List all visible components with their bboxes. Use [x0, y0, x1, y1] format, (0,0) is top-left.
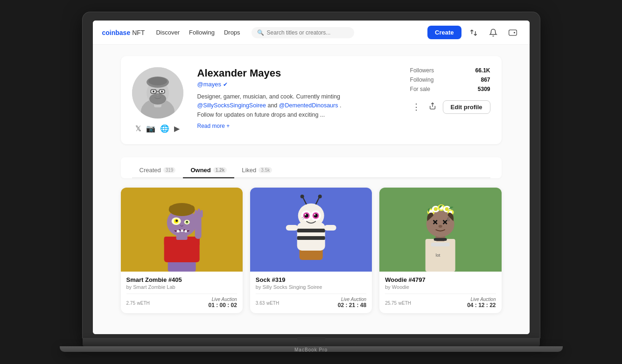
more-options-button[interactable]: ⋮: [410, 100, 422, 114]
youtube-icon[interactable]: ▶: [174, 124, 180, 133]
svg-point-28: [175, 220, 178, 222]
nft-card-sock[interactable]: Sock #319 by Silly Socks Singing Soiree …: [250, 188, 372, 313]
nft-grid: Smart Zombie #405 by Smart Zombie Lab 2.…: [121, 188, 502, 313]
svg-rect-38: [197, 209, 200, 218]
svg-point-25: [168, 203, 195, 216]
search-input[interactable]: [267, 29, 349, 36]
laptop-notch: [297, 337, 325, 341]
share-button[interactable]: [427, 100, 438, 114]
brand-logo[interactable]: coinbase NFT: [102, 29, 145, 36]
forsale-label: For sale: [410, 86, 430, 92]
brand-coinbase: coinbase: [102, 29, 131, 36]
svg-point-1: [514, 32, 515, 33]
nft-title-zombie: Smart Zombie #405: [126, 276, 237, 283]
read-more-button[interactable]: Read more +: [197, 123, 230, 129]
tab-liked[interactable]: Liked 3.5k: [234, 163, 280, 178]
stat-forsale: For sale 5309: [410, 86, 490, 92]
nft-creator-sock: by Silly Socks Singing Soiree: [256, 284, 366, 290]
svg-point-57: [314, 214, 315, 216]
nft-creator-zombie: by Smart Zombie Lab: [126, 284, 237, 290]
followers-label: Followers: [410, 67, 434, 74]
profile-section: 𝕏 📷 🌐 ▶ Alexander Mayes @mayes ✔: [121, 56, 502, 144]
notifications-icon-button[interactable]: [486, 25, 501, 40]
nav-discover[interactable]: Discover: [156, 29, 180, 36]
woodie-artwork: lot: [379, 188, 501, 272]
nft-card-info-woodie: Woodie #4797 by Woodie 25.75 wETH Live A…: [379, 272, 501, 313]
following-value: 867: [481, 77, 490, 83]
profile-stats: Followers 66.1K Following 867 For sale 5…: [410, 67, 490, 133]
bio-link-1[interactable]: @SillySocksSingingSoiree: [197, 102, 266, 109]
navbar-right: Create: [427, 25, 520, 40]
website-icon[interactable]: 🌐: [160, 124, 169, 133]
nav-drops[interactable]: Drops: [224, 29, 240, 36]
nft-card-woodie[interactable]: lot: [379, 188, 501, 313]
nft-image-sock: [250, 188, 372, 272]
edit-profile-button[interactable]: Edit profile: [443, 100, 490, 114]
nft-footer-woodie: 25.75 wETH Live Auction 04 : 12 : 22: [385, 294, 496, 308]
profile-bio: Designer, gamer, musician, and cook. Cur…: [197, 92, 393, 119]
tab-created-badge: 319: [163, 167, 176, 173]
profile-handle: @mayes ✔: [197, 81, 396, 88]
svg-point-71: [434, 207, 438, 211]
instagram-icon[interactable]: 📷: [146, 124, 155, 133]
twitter-icon[interactable]: 𝕏: [135, 124, 141, 133]
svg-text:lot: lot: [436, 253, 440, 258]
auction-label-woodie: Live Auction: [467, 297, 496, 302]
svg-point-12: [153, 91, 154, 92]
tab-created[interactable]: Created 319: [132, 163, 183, 178]
nft-price-woodie: 25.75 wETH: [385, 299, 411, 306]
svg-rect-37: [195, 210, 197, 218]
tab-owned[interactable]: Owned 1.2k: [183, 163, 234, 178]
svg-rect-35: [195, 216, 201, 239]
bio-link-2[interactable]: @DementedDinosaurs: [279, 102, 338, 109]
tabs-row: Created 319 Owned 1.2k Liked 3.5k: [132, 163, 490, 178]
social-icons: 𝕏 📷 🌐 ▶: [132, 124, 183, 133]
transfer-icon: [469, 28, 478, 37]
share-icon: [429, 102, 436, 110]
svg-point-31: [186, 221, 188, 223]
nft-card-zombie[interactable]: Smart Zombie #405 by Smart Zombie Lab 2.…: [121, 188, 243, 313]
nft-timer-woodie: 04 : 12 : 22: [467, 302, 496, 308]
svg-rect-32: [176, 230, 179, 232]
nft-image-woodie: lot: [379, 188, 501, 272]
laptop-wrapper: coinbase NFT Discover Following Drops 🔍 …: [83, 12, 540, 352]
search-icon: 🔍: [257, 29, 264, 36]
transfer-icon-button[interactable]: [466, 25, 481, 40]
laptop-bottom: [83, 338, 540, 346]
laptop-bezel: coinbase NFT Discover Following Drops 🔍 …: [83, 12, 540, 338]
tabs-section: Created 319 Owned 1.2k Liked 3.5k: [121, 157, 502, 178]
svg-point-75: [445, 207, 449, 211]
nft-footer-sock: 3.63 wETH Live Auction 02 : 21 : 48: [256, 294, 366, 308]
wallet-icon-button[interactable]: [505, 25, 520, 40]
auction-label-sock: Live Auction: [338, 297, 366, 302]
screen-inner: coinbase NFT Discover Following Drops 🔍 …: [93, 21, 530, 334]
nav-links: Discover Following Drops: [156, 29, 240, 36]
auction-label-zombie: Live Auction: [208, 297, 237, 302]
tab-liked-badge: 3.5k: [259, 167, 272, 173]
avatar-image: [132, 67, 183, 119]
svg-rect-34: [184, 230, 187, 232]
nft-timer-sock: 02 : 21 : 48: [338, 302, 366, 308]
nft-image-zombie: [121, 188, 243, 272]
bio-and: and: [267, 102, 279, 109]
bio-text-1: Designer, gamer, musician, and cook. Cur…: [197, 93, 340, 100]
tab-liked-label: Liked: [242, 167, 256, 174]
nft-title-sock: Sock #319: [256, 276, 366, 283]
svg-rect-83: [434, 238, 447, 241]
navbar: coinbase NFT Discover Following Drops 🔍 …: [93, 21, 530, 45]
handle-text: @mayes: [197, 81, 222, 88]
followers-value: 66.1K: [475, 67, 490, 74]
search-bar[interactable]: 🔍: [252, 27, 354, 38]
nav-following[interactable]: Following: [189, 29, 215, 36]
stat-followers: Followers 66.1K: [410, 67, 490, 74]
bio-text-2: .: [340, 102, 341, 109]
nft-creator-woodie: by Woodie: [385, 284, 496, 290]
svg-rect-0: [509, 30, 517, 35]
laptop-base: MacBook Pro: [60, 346, 563, 352]
create-button[interactable]: Create: [427, 26, 461, 39]
brand-nft: NFT: [132, 29, 145, 36]
forsale-value: 5309: [478, 86, 490, 92]
svg-rect-61: [324, 225, 336, 231]
profile-avatar: [132, 67, 183, 119]
svg-point-49: [318, 195, 321, 198]
